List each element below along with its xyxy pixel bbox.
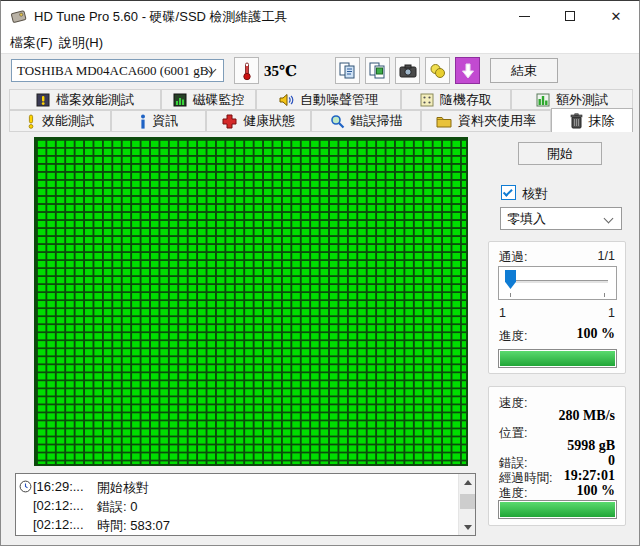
hdtune-window: HD Tune Pro 5.60 - 硬碟/SSD 檢測維護工具 ✕ 檔案(F)…: [0, 0, 640, 546]
pass-max: 1: [608, 306, 615, 320]
trash-icon: [570, 113, 583, 129]
tab-info[interactable]: 資訊: [111, 110, 206, 132]
log-message: 時間: 583:07: [97, 517, 170, 535]
chevron-down-icon: [604, 214, 614, 224]
tab-label: 資料夾使用率: [458, 112, 536, 130]
window-title: HD Tune Pro 5.60 - 硬碟/SSD 檢測維護工具: [34, 8, 288, 26]
tab-label: 錯誤掃描: [351, 112, 403, 130]
tab-label: 檔案效能測試: [56, 91, 134, 109]
log-scrollbar[interactable]: [458, 474, 475, 535]
temperature-button[interactable]: [234, 57, 259, 84]
close-button[interactable]: ✕: [593, 1, 639, 31]
erase-block-map: [34, 137, 468, 466]
log-line: [02:12:... 時間: 583:07: [16, 515, 475, 534]
toolbar: TOSHIBA MD04ACA600 (6001 gB) 35℃: [1, 53, 639, 89]
download-icon: [461, 63, 475, 79]
chart-grid-icon: [536, 93, 550, 107]
erase-method-select[interactable]: 零填入: [500, 207, 622, 230]
clock-icon: [19, 480, 32, 493]
pass-progress-bar: [498, 349, 617, 368]
copy-image-icon: [369, 62, 386, 80]
tab-label: 健康狀態: [243, 112, 295, 130]
log-message: 開始核對: [97, 479, 149, 497]
titlebar: HD Tune Pro 5.60 - 硬碟/SSD 檢測維護工具 ✕: [1, 1, 639, 31]
download-button[interactable]: [455, 57, 480, 84]
start-button[interactable]: 開始: [518, 142, 602, 165]
progress-fill: [500, 351, 615, 366]
pass-min: 1: [499, 306, 506, 320]
speed-value: 280 MB/s: [559, 408, 615, 424]
pass-label: 通過:: [499, 249, 527, 266]
exclamation-box-icon: [36, 93, 50, 107]
tab-error-scan[interactable]: 錯誤掃描: [311, 110, 421, 132]
tabstrip: 檔案效能測試 磁碟監控 自動噪聲管理 隨機存取 額外測試 效能測試 資訊 健: [1, 89, 639, 132]
scroll-up-button[interactable]: [459, 474, 476, 490]
stats-progress-value: 100 %: [577, 483, 616, 499]
drive-select[interactable]: TOSHIBA MD04ACA600 (6001 gB): [11, 59, 224, 82]
tab-erase[interactable]: 抹除: [551, 108, 633, 132]
minimize-button[interactable]: [501, 1, 547, 31]
magnifier-icon: [330, 114, 345, 129]
exit-button[interactable]: 結束: [490, 58, 558, 83]
tab-benchmark[interactable]: 效能測試: [9, 110, 111, 132]
copy-text-icon: [339, 62, 356, 80]
log-line: [02:12:... 錯誤: 0: [16, 496, 475, 515]
erase-method-value: 零填入: [507, 210, 546, 228]
coins-button[interactable]: [425, 57, 450, 84]
slider-tick: [510, 293, 511, 297]
tab-file-benchmark[interactable]: 檔案效能測試: [9, 89, 161, 110]
verify-checkbox[interactable]: [501, 185, 516, 200]
slider-thumb[interactable]: [505, 270, 516, 289]
pass-progress-label: 進度:: [499, 328, 527, 345]
pass-panel: 通過: 1/1 1 1 進度: 100 %: [488, 241, 626, 374]
scroll-down-button[interactable]: [459, 519, 476, 535]
copy-text-button[interactable]: [335, 57, 360, 84]
tab-label: 額外測試: [556, 91, 608, 109]
minimize-icon: [519, 16, 530, 17]
pass-progress-value: 100 %: [577, 326, 616, 342]
log-line: [16:29:... 開始核對: [16, 477, 475, 496]
tab-label: 隨機存取: [440, 91, 492, 109]
tab-folder-usage[interactable]: 資料夾使用率: [421, 110, 551, 132]
red-cross-icon: [222, 114, 237, 129]
check-icon: [503, 187, 513, 197]
tab-label: 抹除: [589, 112, 615, 130]
log-box: [16:29:... 開始核對 [02:12:... 錯誤: 0 [02:12:…: [15, 473, 476, 536]
pass-slider[interactable]: [498, 266, 617, 300]
log-time: [16:29:...: [33, 479, 84, 494]
progress-fill: [500, 502, 615, 517]
verify-label: 核對: [522, 185, 548, 203]
position-value: 5998 gB: [567, 438, 615, 454]
dice-icon: [420, 93, 434, 107]
log-time: [02:12:...: [33, 517, 84, 532]
scrollbar-thumb[interactable]: [460, 494, 475, 509]
maximize-button[interactable]: [547, 1, 593, 31]
tab-aam[interactable]: 自動噪聲管理: [256, 89, 401, 110]
speed-label: 速度:: [499, 395, 527, 412]
temperature-value: 35℃: [264, 62, 297, 80]
info-icon: [139, 114, 147, 129]
menubar: 檔案(F) 說明(H): [1, 31, 639, 53]
tab-label: 自動噪聲管理: [300, 91, 378, 109]
camera-icon: [399, 64, 417, 78]
menu-file[interactable]: 檔案(F): [10, 34, 53, 52]
log-time: [02:12:...: [33, 498, 84, 513]
tab-health[interactable]: 健康狀態: [206, 110, 311, 132]
arrow-up-icon: [464, 480, 472, 485]
app-icon: [11, 8, 27, 24]
coins-icon: [429, 63, 447, 79]
tab-label: 資訊: [153, 112, 179, 130]
log-message: 錯誤: 0: [97, 498, 137, 516]
monitor-chart-icon: [173, 93, 187, 107]
tab-label: 磁碟監控: [193, 91, 245, 109]
menu-help[interactable]: 說明(H): [59, 34, 103, 52]
stats-panel: 速度: 280 MB/s 位置: 5998 gB 錯誤: 0 經過時間: 19:…: [488, 386, 626, 526]
tab-disk-monitor[interactable]: 磁碟監控: [161, 89, 256, 110]
position-label: 位置:: [499, 425, 527, 442]
copy-image-button[interactable]: [365, 57, 390, 84]
exclamation-icon: [26, 114, 36, 129]
tab-random-access[interactable]: 隨機存取: [401, 89, 511, 110]
pass-value: 1/1: [598, 249, 615, 263]
tab-extra-tests[interactable]: 額外測試: [511, 89, 633, 110]
camera-button[interactable]: [395, 57, 420, 84]
